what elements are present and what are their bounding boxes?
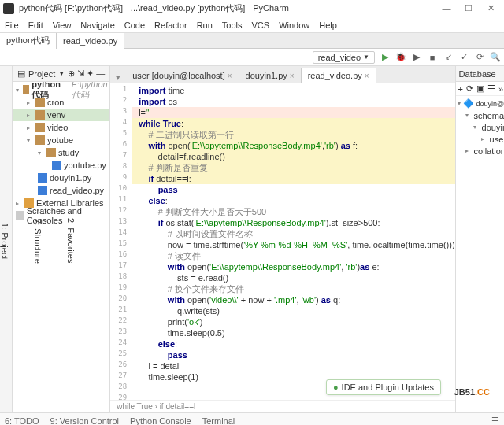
editor: ▾ user [douyin@localhost]× douyin1.py× r… (110, 66, 454, 412)
editor-tab-read-video[interactable]: read_video.py× (302, 68, 376, 83)
close-icon[interactable]: × (365, 72, 369, 80)
project-settings-icon[interactable]: ⊕ (68, 68, 75, 79)
db-schemas[interactable]: ▾schemas (458, 109, 504, 121)
database-toolbar: +⟳▣☰» (456, 82, 504, 96)
breadcrumb[interactable]: while True › if detail==l (110, 400, 454, 412)
project-tree: ▾python代码 F:\python代码 ▸cron ▸venv ▸video… (13, 82, 109, 412)
left-tool-stripe[interactable]: 1: Project7: Structure2: Favorites (0, 66, 13, 412)
editor-tab-list-icon[interactable]: ▾ (110, 72, 126, 83)
menu-window[interactable]: Window (279, 20, 309, 30)
menu-refactor[interactable]: Refactor (154, 20, 187, 30)
tree-video[interactable]: ▸video (13, 121, 109, 134)
vcs-commit-icon[interactable]: ✓ (458, 52, 469, 63)
toolbar: read_video▼ ▶ 🐞 ▶ ■ ↙ ✓ ⟳ 🔍 (0, 49, 504, 66)
tree-venv[interactable]: ▸venv (13, 109, 109, 121)
bottom-tool-stripe: 6: TODO 9: Version Control Python Consol… (0, 412, 504, 425)
terminal-tool[interactable]: Terminal (202, 416, 235, 426)
tree-yotube[interactable]: ▾yotube (13, 134, 109, 146)
titlebar: python代码 [F:\python代码] - ...\read_video.… (0, 0, 504, 17)
navigation-bar: python代码 read_video.py (0, 33, 504, 49)
vcs-history-icon[interactable]: ⟳ (474, 52, 485, 63)
tree-root[interactable]: ▾python代码 F:\python代码 (13, 83, 109, 96)
project-hide-icon[interactable]: ― (96, 68, 105, 79)
tree-douyin1[interactable]: douyin1.py (13, 172, 109, 184)
gutter[interactable]: 1234567891011121314151617181920212223242… (110, 83, 132, 400)
menubar: File Edit View Navigate Code Refactor Ru… (0, 17, 504, 33)
code-text[interactable]: import timeimport osl=''while True: # 二进… (132, 83, 454, 400)
window-controls: ― ☐ ✕ (436, 2, 501, 16)
db-console-icon[interactable]: ▣ (476, 83, 484, 94)
menu-vcs[interactable]: VCS (252, 20, 270, 30)
python-console-tool[interactable]: Python Console (130, 416, 191, 426)
todo-tool[interactable]: 6: TODO (5, 416, 39, 426)
event-log-icon[interactable]: ☰ (491, 416, 499, 425)
search-icon[interactable]: 🔍 (490, 52, 501, 63)
db-schema-douyin[interactable]: ▾douyin (458, 121, 504, 133)
menu-view[interactable]: View (53, 20, 72, 30)
close-icon[interactable]: × (228, 72, 232, 80)
project-tool-label[interactable]: 1: Project (0, 223, 9, 259)
main-area: 1: Project7: Structure2: Favorites ▤Proj… (0, 66, 504, 412)
stop-icon[interactable]: ■ (427, 52, 438, 63)
run-with-coverage-icon[interactable]: ▶ (411, 52, 422, 63)
menu-tools[interactable]: Tools (222, 20, 243, 30)
close-button[interactable]: ✕ (480, 2, 501, 16)
tree-study[interactable]: ▾study (13, 146, 109, 159)
nav-file[interactable]: read_video.py (57, 33, 124, 49)
debug-icon[interactable]: 🐞 (395, 52, 406, 63)
project-panel: ▤Project▼ ⊕⇲✦― ▾python代码 F:\python代码 ▸cr… (13, 66, 110, 412)
menu-edit[interactable]: Edit (28, 20, 43, 30)
tree-scratch[interactable]: Scratches and Consoles (13, 209, 109, 222)
menu-code[interactable]: Code (124, 20, 145, 30)
run-config-selector[interactable]: read_video▼ (313, 51, 375, 64)
menu-navigate[interactable]: Navigate (80, 20, 114, 30)
watermark: JB51.CC (454, 384, 490, 398)
vcs-update-icon[interactable]: ↙ (443, 52, 454, 63)
database-tree: ▾🔷douyin@localhost ▾schemas ▾douyin ▸use… (456, 96, 504, 158)
database-panel: Database✦― +⟳▣☰» ▾🔷douyin@localhost ▾sch… (455, 66, 504, 412)
close-icon[interactable]: × (290, 72, 295, 80)
menu-help[interactable]: Help (319, 20, 337, 30)
editor-tab-douyin1[interactable]: douyin1.py× (239, 68, 302, 83)
project-header: ▤Project▼ ⊕⇲✦― (13, 66, 109, 82)
maximize-button[interactable]: ☐ (458, 2, 479, 16)
minimize-button[interactable]: ― (436, 2, 457, 16)
tree-youtube-py[interactable]: youtube.py (13, 159, 109, 172)
db-refresh-icon[interactable]: ⟳ (466, 83, 473, 94)
tree-read-video[interactable]: read_video.py (13, 184, 109, 197)
notification-popup[interactable]: ●IDE and Plugin Updates (326, 379, 441, 395)
menu-run[interactable]: Run (197, 20, 213, 30)
editor-tabs: ▾ user [douyin@localhost]× douyin1.py× r… (110, 66, 454, 83)
db-add-icon[interactable]: + (458, 84, 463, 94)
db-filter-icon[interactable]: ☰ (487, 83, 495, 94)
db-more-icon[interactable]: » (498, 84, 503, 94)
menu-file[interactable]: File (5, 20, 19, 30)
window-title: python代码 [F:\python代码] - ...\read_video.… (19, 2, 436, 14)
vcs-tool[interactable]: 9: Version Control (50, 416, 119, 426)
code-area[interactable]: 1234567891011121314151617181920212223242… (110, 83, 454, 400)
project-header-label: Project (28, 69, 55, 79)
database-header: Database✦― (456, 66, 504, 82)
db-table-user[interactable]: ▸user (458, 133, 504, 145)
nav-root[interactable]: python代码 (0, 33, 57, 49)
app-icon (3, 3, 14, 14)
project-collapse-icon[interactable]: ⇲ (77, 68, 84, 79)
run-icon[interactable]: ▶ (380, 52, 391, 63)
db-datasource[interactable]: ▾🔷douyin@localhost (458, 98, 504, 109)
project-gear-icon[interactable]: ✦ (87, 68, 94, 79)
editor-tab-user[interactable]: user [douyin@localhost]× (126, 68, 239, 83)
db-collations[interactable]: ▸collations 222 (458, 145, 504, 157)
